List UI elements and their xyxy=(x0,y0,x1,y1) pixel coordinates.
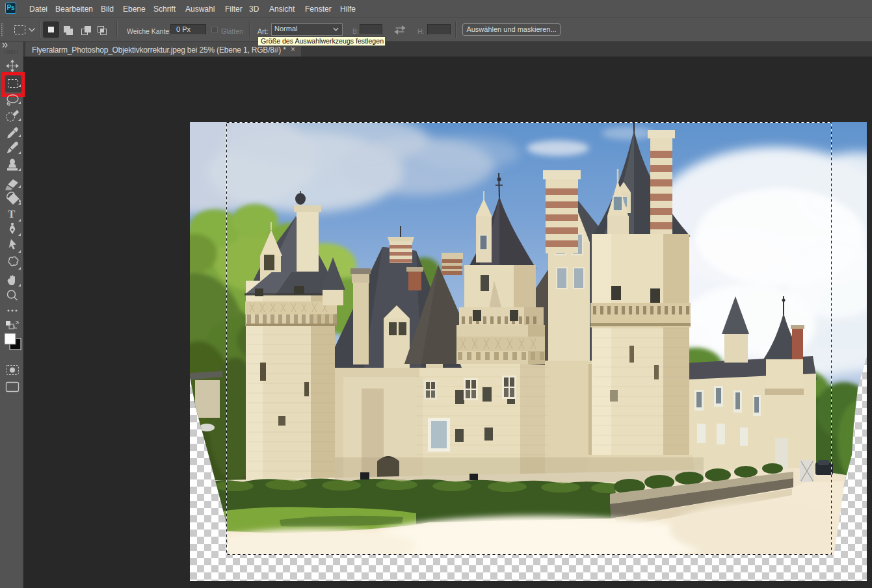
svg-text:T: T xyxy=(8,208,16,220)
